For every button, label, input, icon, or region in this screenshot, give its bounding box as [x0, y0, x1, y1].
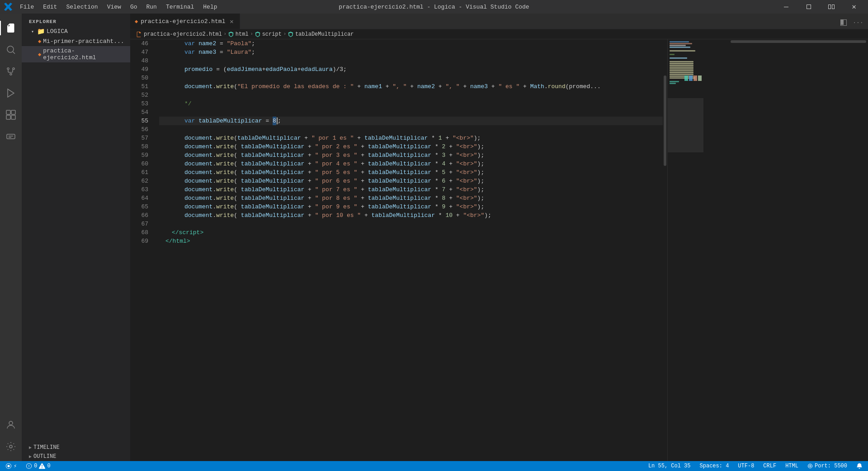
encoding-status[interactable]: UTF-8 — [736, 461, 756, 471]
code-line-64: document.write( tablaDeMultiplicar + " p… — [159, 194, 663, 203]
timeline-arrow-icon: ▶ — [29, 445, 32, 450]
extensions-activity-icon[interactable] — [0, 104, 22, 126]
tab-label: practica-ejercicio2.html — [141, 18, 225, 25]
svg-rect-10 — [11, 110, 15, 114]
source-control-activity-icon[interactable] — [0, 61, 22, 82]
timeline-section[interactable]: ▶ TIMELINE — [22, 443, 130, 452]
main-container: Explorer ▾ 📁 LOGICA ◆ Mi-primer-practica… — [0, 14, 868, 461]
split-editor-button[interactable] — [837, 16, 850, 29]
breadcrumb-sep3: › — [283, 32, 286, 37]
remote-activity-icon[interactable] — [0, 126, 22, 147]
ln-48: 48 — [130, 57, 152, 65]
menu-bar: File Edit Selection View Go Run Terminal… — [16, 2, 221, 12]
folder-logica[interactable]: ▾ 📁 LOGICA — [22, 26, 130, 37]
code-line-54 — [159, 108, 663, 117]
ln-51: 51 — [130, 82, 152, 91]
tab-practica[interactable]: ◆ practica-ejercicio2.html ✕ — [130, 14, 240, 29]
title-bar-left: File Edit Selection View Go Run Terminal… — [4, 2, 221, 12]
menu-terminal[interactable]: Terminal — [162, 2, 198, 12]
ln-66: 66 — [130, 211, 152, 220]
breadcrumb-tabla[interactable]: tablaDeMultiplicar — [295, 31, 354, 38]
line-ending-status[interactable]: CRLF — [761, 461, 778, 471]
minimap-content — [668, 39, 703, 461]
ln-63: 63 — [130, 185, 152, 194]
language-status[interactable]: HTML — [783, 461, 800, 471]
svg-rect-11 — [6, 115, 10, 119]
svg-rect-9 — [6, 110, 10, 114]
more-actions-button[interactable]: ··· — [852, 16, 864, 29]
language-label: HTML — [785, 463, 798, 469]
file-name-primer: Mi-primer-practicaht... — [43, 38, 124, 45]
menu-view[interactable]: View — [104, 2, 125, 12]
explorer-header: Explorer — [22, 14, 130, 26]
folder-arrow-icon: ▾ — [29, 28, 36, 35]
code-line-65: document.write( tablaDeMultiplicar + " p… — [159, 203, 663, 211]
errors-status[interactable]: 0 0 — [24, 461, 52, 471]
line-numbers: 46 47 48 49 50 51 52 53 54 55 56 57 58 5… — [130, 39, 156, 461]
ln-53: 53 — [130, 99, 152, 108]
menu-help[interactable]: Help — [199, 2, 221, 12]
warning-count: 0 — [47, 463, 50, 469]
ln-47: 47 — [130, 48, 152, 57]
minimize-button[interactable] — [776, 0, 797, 14]
svg-marker-8 — [8, 89, 14, 97]
code-editor[interactable]: var name2 = "Paola"; var name3 = "Laura"… — [156, 39, 663, 461]
ln-62: 62 — [130, 177, 152, 185]
ln-58: 58 — [130, 142, 152, 151]
status-bar-left: ⚡ 0 0 — [4, 461, 52, 471]
tab-file-icon: ◆ — [135, 18, 138, 25]
maximize-button[interactable] — [798, 0, 819, 14]
svg-point-14 — [9, 421, 13, 425]
close-button[interactable]: ✕ — [844, 0, 864, 14]
menu-selection[interactable]: Selection — [62, 2, 101, 12]
file-item-ejercicio[interactable]: ◆ practica-ejercicio2.html — [22, 46, 130, 62]
code-line-61: document.write( tablaDeMultiplicar + " p… — [159, 168, 663, 177]
code-line-57: document.write(tablaDeMultiplicar + " po… — [159, 134, 663, 142]
scrollbar-thumb[interactable] — [664, 75, 666, 166]
menu-run[interactable]: Run — [142, 2, 160, 12]
outline-section[interactable]: ▶ OUTLINE — [22, 452, 130, 461]
menu-file[interactable]: File — [16, 2, 38, 12]
ln-52: 52 — [130, 91, 152, 99]
indentation-status[interactable]: Spaces: 4 — [698, 461, 731, 471]
remote-status[interactable]: ⚡ — [4, 461, 19, 471]
breadcrumb-sep1: › — [224, 32, 226, 37]
breadcrumb-sep2: › — [250, 32, 253, 37]
ln-56: 56 — [130, 125, 152, 134]
menu-edit[interactable]: Edit — [39, 2, 61, 12]
run-activity-icon[interactable] — [0, 82, 22, 104]
indentation-label: Spaces: 4 — [700, 463, 729, 469]
settings-activity-icon[interactable] — [0, 436, 22, 457]
explorer-activity-icon[interactable] — [0, 17, 22, 39]
layout-button[interactable] — [821, 0, 842, 14]
breadcrumb-html[interactable]: html — [236, 31, 249, 38]
search-activity-icon[interactable] — [0, 39, 22, 61]
svg-rect-1 — [807, 5, 811, 9]
code-line-51: document.write("El promedio de las edade… — [159, 82, 663, 91]
breadcrumb-file[interactable]: practica-ejercicio2.html — [144, 31, 222, 38]
editor-main: 46 47 48 49 50 51 52 53 54 55 56 57 58 5… — [130, 39, 703, 461]
vertical-scrollbar[interactable] — [663, 39, 667, 461]
ln-61: 61 — [130, 168, 152, 177]
notifications-status[interactable] — [854, 461, 864, 471]
ln-67: 67 — [130, 220, 152, 228]
live-server-status[interactable]: Port: 5500 — [806, 461, 849, 471]
tab-close-button[interactable]: ✕ — [228, 18, 235, 25]
breadcrumb-script[interactable]: script — [262, 31, 282, 38]
script-icon — [255, 32, 260, 37]
cursor-position-status[interactable]: Ln 55, Col 35 — [646, 461, 693, 471]
horizontal-scrollbar-thumb[interactable] — [731, 40, 866, 43]
live-server-icon — [807, 463, 813, 469]
code-line-63: document.write( tablaDeMultiplicar + " p… — [159, 185, 663, 194]
code-line-50 — [159, 74, 663, 82]
code-line-49: promedio = (edadJimena+edadPaola+edadLau… — [159, 65, 663, 74]
editor-content: 46 47 48 49 50 51 52 53 54 55 56 57 58 5… — [130, 39, 868, 461]
horizontal-scrollbar[interactable] — [703, 39, 868, 44]
status-bar: ⚡ 0 0 Ln 55, Col 35 Spaces: 4 UTF-8 CRLF… — [0, 461, 868, 471]
port-label: Port: 5500 — [815, 463, 847, 469]
menu-go[interactable]: Go — [127, 2, 141, 12]
account-activity-icon[interactable] — [0, 414, 22, 436]
file-item-primer[interactable]: ◆ Mi-primer-practicaht... — [22, 37, 130, 46]
outline-arrow-icon: ▶ — [29, 454, 32, 459]
code-line-68: </script> — [159, 228, 663, 237]
